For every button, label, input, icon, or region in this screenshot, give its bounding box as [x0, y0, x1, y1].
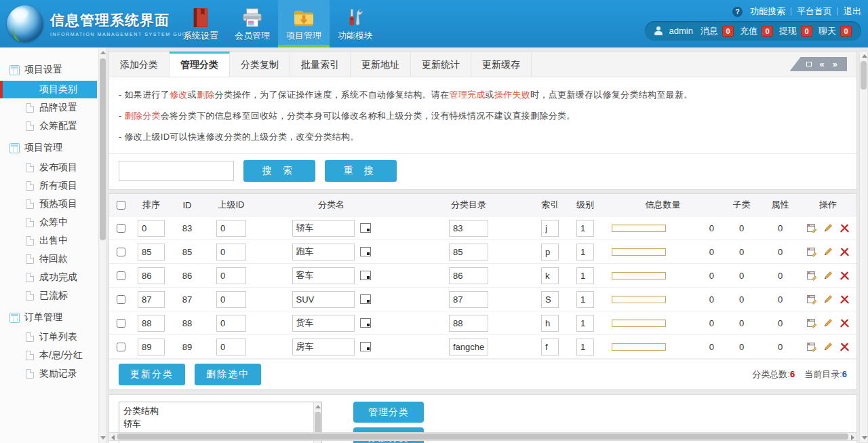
icon-picker-button[interactable]	[360, 223, 371, 233]
category-name-input[interactable]	[292, 220, 355, 237]
scroll-up-icon[interactable]	[315, 405, 321, 408]
move-icon[interactable]	[806, 246, 818, 258]
parent-id-input[interactable]	[216, 267, 246, 284]
delete-icon[interactable]	[839, 246, 850, 258]
row-checkbox[interactable]	[117, 248, 125, 256]
edit-icon[interactable]	[823, 270, 834, 282]
index-input[interactable]	[541, 291, 559, 308]
parent-id-input[interactable]	[216, 291, 246, 308]
sort-input[interactable]	[138, 244, 165, 261]
row-checkbox[interactable]	[117, 224, 125, 233]
delete-icon[interactable]	[839, 223, 850, 234]
sidebar-item[interactable]: 众筹配置	[0, 117, 98, 135]
horizontal-scrollbar[interactable]	[108, 432, 857, 441]
sidebar-item[interactable]: 项目类别	[0, 81, 97, 98]
move-icon[interactable]	[806, 317, 818, 329]
sidebar-item[interactable]: 待回款	[0, 250, 98, 268]
sidebar-item[interactable]: 预热项目	[0, 195, 98, 213]
edit-icon[interactable]	[823, 317, 834, 329]
update-categories-button[interactable]: 更新分类	[119, 364, 185, 385]
tab[interactable]: 更新统计	[411, 52, 471, 77]
scroll-down-icon[interactable]	[862, 436, 867, 440]
tab[interactable]: 添加分类	[109, 52, 170, 77]
move-icon[interactable]	[806, 341, 818, 353]
row-checkbox[interactable]	[117, 271, 125, 280]
sidebar-item[interactable]: 奖励记录	[0, 365, 98, 383]
scroll-up-icon[interactable]	[862, 54, 867, 58]
link-logout[interactable]: 退出	[844, 5, 861, 18]
collapse-right-icon[interactable]: »	[833, 60, 837, 69]
index-input[interactable]	[541, 220, 559, 237]
edit-icon[interactable]	[823, 294, 834, 305]
collapse-left-icon[interactable]: «	[820, 60, 825, 69]
tab[interactable]: 分类复制	[230, 52, 290, 77]
parent-id-input[interactable]	[216, 220, 246, 237]
category-dir-input[interactable]	[449, 267, 488, 284]
move-icon[interactable]	[806, 294, 818, 305]
sidebar-item[interactable]: 已流标	[0, 287, 98, 305]
category-dir-input[interactable]	[449, 220, 488, 237]
sidebar-item[interactable]: 发布项目	[0, 159, 98, 176]
select-all-checkbox[interactable]	[117, 201, 125, 210]
sidebar-scrollbar[interactable]	[98, 47, 106, 443]
sort-input[interactable]	[138, 315, 165, 332]
icon-picker-button[interactable]	[360, 247, 371, 256]
bottom-action-button[interactable]: 管理分类	[353, 402, 424, 423]
stat-withdraw[interactable]: 提现 0	[779, 25, 812, 37]
stat-recharge[interactable]: 充值 0	[740, 25, 773, 37]
search-input[interactable]	[119, 161, 234, 181]
nav-item-member-management[interactable]: 会员管理	[226, 0, 278, 47]
panel-collapse-widget[interactable]: « »	[790, 57, 847, 71]
nav-item-system-settings[interactable]: 系统设置	[175, 0, 226, 47]
level-input[interactable]	[576, 291, 594, 308]
index-input[interactable]	[541, 315, 559, 332]
row-checkbox[interactable]	[117, 319, 125, 328]
sort-input[interactable]	[138, 291, 165, 308]
category-dir-input[interactable]	[449, 315, 488, 332]
sidebar-item[interactable]: 品牌设置	[0, 99, 98, 117]
sidebar-item[interactable]: 订单列表	[0, 328, 98, 346]
delete-icon[interactable]	[839, 270, 850, 282]
scroll-left-icon[interactable]	[111, 435, 115, 440]
level-input[interactable]	[576, 220, 594, 237]
scroll-right-icon[interactable]	[851, 435, 854, 440]
delete-selected-button[interactable]: 删除选中	[195, 364, 261, 385]
delete-icon[interactable]	[839, 294, 850, 305]
minimize-icon[interactable]	[806, 62, 812, 66]
sidebar-item[interactable]: 成功完成	[0, 269, 98, 286]
index-input[interactable]	[541, 339, 559, 355]
scroll-up-icon[interactable]	[100, 51, 106, 54]
edit-icon[interactable]	[823, 223, 834, 234]
tab[interactable]: 更新地址	[351, 52, 411, 77]
sidebar-item[interactable]: 出售中	[0, 232, 98, 250]
row-checkbox[interactable]	[117, 295, 125, 304]
sort-input[interactable]	[138, 339, 165, 355]
parent-id-input[interactable]	[216, 339, 246, 355]
scrollbar-thumb[interactable]	[100, 58, 106, 240]
sidebar-item[interactable]: 众筹中	[0, 214, 98, 231]
category-name-input[interactable]	[292, 244, 355, 261]
delete-icon[interactable]	[839, 317, 850, 329]
edit-icon[interactable]	[823, 246, 834, 258]
level-input[interactable]	[576, 339, 594, 355]
icon-picker-button[interactable]	[360, 271, 371, 280]
level-input[interactable]	[576, 315, 594, 332]
category-dir-input[interactable]	[449, 339, 488, 355]
sort-input[interactable]	[138, 220, 165, 237]
listbox-item[interactable]: 轿车	[123, 417, 312, 430]
stat-chat[interactable]: 聊天 0	[818, 25, 852, 37]
delete-icon[interactable]	[839, 341, 850, 353]
listbox-item[interactable]: 分类结构	[123, 404, 312, 417]
row-checkbox[interactable]	[117, 343, 125, 351]
sidebar-item[interactable]: 本/息/分红	[0, 347, 98, 364]
nav-item-function-modules[interactable]: 功能模块	[330, 0, 381, 47]
tab[interactable]: 更新缓存	[471, 52, 532, 77]
icon-picker-button[interactable]	[360, 318, 371, 328]
tab[interactable]: 管理分类	[170, 52, 230, 77]
scroll-down-icon[interactable]	[100, 436, 106, 440]
parent-id-input[interactable]	[216, 315, 246, 332]
scrollbar-thumb[interactable]	[117, 434, 848, 440]
move-icon[interactable]	[806, 270, 818, 282]
sidebar-group[interactable]: 订单管理	[0, 307, 98, 328]
level-input[interactable]	[576, 267, 594, 284]
